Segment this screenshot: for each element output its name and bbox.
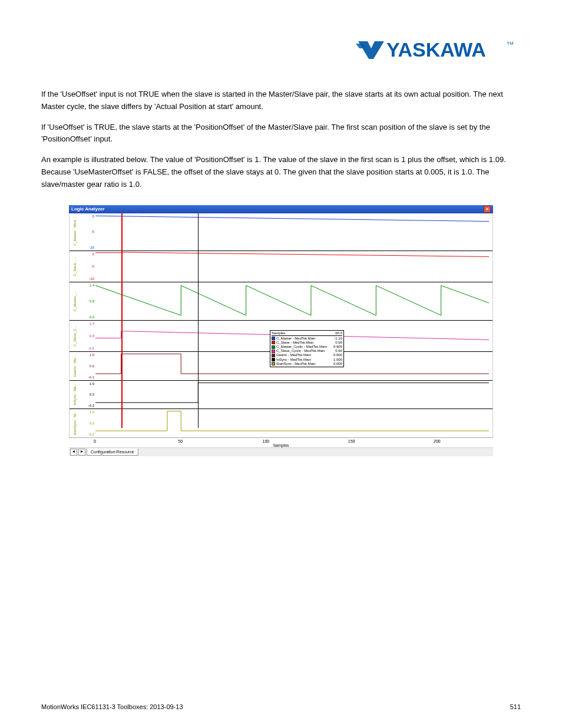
x-axis: Samples 050100150200 <box>69 437 493 447</box>
legend-swatch <box>272 337 275 340</box>
brand-logo: YASKAWA TM <box>356 35 521 62</box>
legend-row: InSync - MedTsk.Main1.000 <box>272 358 342 362</box>
signal-lane: C_Slave - ...0-5-20 <box>70 251 492 283</box>
legend-swatch <box>272 345 275 349</box>
plot-surface <box>95 213 489 251</box>
legend-swatch <box>272 354 275 357</box>
lane-yticks: 1.00.6-0.2 <box>80 352 94 380</box>
x-tick: 150 <box>348 439 355 443</box>
legend-row: GearIn - MedTsk.Main0.000 <box>272 353 342 357</box>
lane-label: C_Slave_C... <box>73 321 77 351</box>
lane-yticks: 1.40.80.0 <box>80 282 94 319</box>
legend-label: C_Master - MedTsk.Main <box>276 337 333 341</box>
cursor-b[interactable] <box>198 213 199 428</box>
lane-label: InSync - Me... <box>73 380 77 409</box>
lane-yticks: 0-5-20 <box>80 213 94 251</box>
close-button[interactable]: × <box>484 206 491 213</box>
lane-label: GearIn - Me... <box>73 351 77 381</box>
plot-surface <box>95 282 489 319</box>
legend-row: StartSync - MedTsk.Main0.000 <box>272 362 342 366</box>
tab-config-resource[interactable]: Configuration:Resource <box>87 449 138 456</box>
plot-surface <box>95 409 489 437</box>
legend-box: Samples 60.0 C_Master - MedTsk.Main-1.10… <box>270 330 344 367</box>
legend-header-value: 60.0 <box>335 331 342 335</box>
legend-value: 0.000 <box>333 362 342 366</box>
legend-value: 0.000 <box>333 353 342 357</box>
body-text: If the 'UseOffset' input is not TRUE whe… <box>41 88 521 191</box>
legend-value: -1.10 <box>334 337 342 341</box>
window-titlebar: Logic Analyzer × <box>69 205 493 213</box>
legend-swatch <box>272 358 275 361</box>
legend-swatch <box>272 362 275 365</box>
paragraph-3: An example is illustrated below. The val… <box>41 154 521 190</box>
lane-label: C_Master - Med... <box>73 217 77 246</box>
plot-surface <box>95 251 489 282</box>
legend-label: C_Master_Cyclic - MedTsk.Main <box>276 345 332 349</box>
signal-lane: C_Master_...1.40.80.0 <box>70 282 492 320</box>
legend-value: 0.90 <box>335 341 342 345</box>
signal-lane: C_Master - Med...0-5-20 <box>70 213 492 251</box>
legend-header: Samples <box>272 331 285 335</box>
page-footer: MotionWorks IEC61131-3 Toolboxes: 2013-0… <box>41 703 521 710</box>
legend-value: 0.90 <box>335 349 342 353</box>
logic-analyzer-window: Logic Analyzer × Samples 60.0 C_Master -… <box>69 205 493 453</box>
lane-yticks: 1.00.2-0.2 <box>80 381 94 409</box>
paragraph-1: If the 'UseOffset' input is not TRUE whe… <box>41 88 521 113</box>
plot-surface <box>95 381 489 409</box>
legend-swatch <box>272 350 275 353</box>
lane-label: StartSync - M... <box>73 409 77 438</box>
cursor-a[interactable] <box>121 213 123 428</box>
lane-label: C_Master_... <box>73 286 77 316</box>
paragraph-2: If 'UseOffset' is TRUE, the slave starts… <box>41 121 521 146</box>
legend-row: C_Slave - MedTsk.Main0.90 <box>272 341 342 345</box>
tab-prev-button[interactable]: ◂ <box>70 449 77 456</box>
legend-value: 1.000 <box>333 358 342 362</box>
footer-left: MotionWorks IEC61131-3 Toolboxes: 2013-0… <box>41 703 183 710</box>
lane-yticks: 0-5-20 <box>80 251 94 282</box>
tab-bar: ◂ ▸ Configuration:Resource <box>69 447 493 456</box>
legend-row: C_Master - MedTsk.Main-1.10 <box>272 337 342 341</box>
x-tick: 0 <box>94 439 96 443</box>
legend-label: GearIn - MedTsk.Main <box>276 353 332 357</box>
legend-label: StartSync - MedTsk.Main <box>276 362 332 366</box>
header-logo-area: YASKAWA TM <box>41 35 521 65</box>
legend-row: C_Slave_Cyclic - MedTsk.Main0.90 <box>272 349 342 353</box>
legend-swatch <box>272 341 275 344</box>
legend-label: C_Slave_Cyclic - MedTsk.Main <box>276 349 334 353</box>
lane-label: C_Slave - ... <box>73 252 77 281</box>
x-tick: 200 <box>434 439 441 443</box>
lane-yticks: 1.00.2-0.2 <box>80 409 94 437</box>
lane-yticks: 1.40.8-0.0 <box>80 321 94 352</box>
signal-lane: StartSync - M...1.00.2-0.2 <box>70 409 492 437</box>
brand-logo-text: YASKAWA <box>386 38 486 61</box>
window-title: Logic Analyzer <box>71 205 105 213</box>
chart-area: Samples 60.0 C_Master - MedTsk.Main-1.10… <box>69 213 493 437</box>
legend-row: C_Master_Cyclic - MedTsk.Main0.905 <box>272 345 342 349</box>
legend-label: C_Slave - MedTsk.Main <box>276 341 334 345</box>
svg-text:TM: TM <box>507 41 514 46</box>
x-tick: 50 <box>178 439 183 443</box>
x-axis-label: Samples <box>273 443 289 447</box>
footer-right: 511 <box>510 703 521 710</box>
tab-next-button[interactable]: ▸ <box>78 449 85 456</box>
legend-value: 0.905 <box>333 345 342 349</box>
legend-label: InSync - MedTsk.Main <box>276 358 332 362</box>
x-tick: 100 <box>263 439 270 443</box>
signal-lane: InSync - Me...1.00.2-0.2 <box>70 381 492 409</box>
